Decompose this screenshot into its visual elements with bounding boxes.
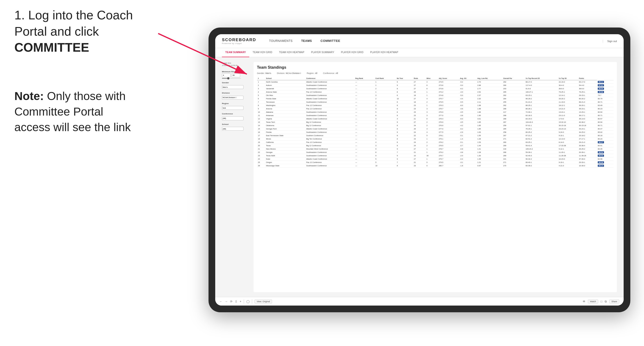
table-cell: -3.5 (459, 121, 476, 124)
toolbar-icon-bookmark[interactable]: + (240, 300, 241, 303)
toolbar-icon-comment[interactable]: □ (600, 300, 602, 303)
toolbar-icon-back[interactable]: ← (220, 300, 222, 303)
table-cell: 274.8 (438, 94, 459, 97)
table-cell: Duke (265, 158, 305, 161)
table-cell: 9 (374, 154, 396, 158)
table-cell: 1.53 (476, 141, 502, 144)
toolbar-icon-expand[interactable]: ⧉ (605, 300, 607, 303)
toolbar-icon-clock[interactable]: ◯ (246, 300, 250, 303)
table-cell: 30 (426, 154, 438, 158)
toolbar-separator (244, 299, 244, 304)
col-no-tour: No Tour (396, 77, 413, 80)
table-cell: Southern Conference (305, 134, 354, 137)
nav-committee[interactable]: COMMITTEE (316, 34, 345, 48)
table-row: 1North CarolinaAtlantic Coast Conference… (257, 80, 614, 84)
table-cell: -6.0 (459, 117, 476, 121)
filter-region-label: Region (222, 102, 250, 105)
table-cell: 266 (502, 151, 525, 154)
filter-conference-select[interactable]: (All) (222, 117, 244, 120)
sub-nav-player-h2h-heatmap[interactable]: PLAYER H2H HEATMAP (367, 48, 402, 57)
filter-region-select[interactable]: N/A (222, 106, 244, 110)
table-cell: 255 (502, 101, 525, 104)
table-cell: 6 (396, 101, 413, 104)
table-cell: 80.94 (597, 121, 614, 124)
table-cell: 18-12-1 (558, 104, 578, 107)
table-cell: Mississippi State (265, 164, 305, 168)
filter-division-select[interactable]: NCAA Division I (222, 96, 244, 100)
table-cell: — (354, 94, 374, 97)
meta-region-value: All (315, 72, 317, 74)
filter-conference-label: Conference (222, 113, 250, 115)
table-cell: 11 (257, 114, 265, 117)
table-cell: 79-25-1 (558, 90, 578, 94)
table-cell: East Tennessee State (265, 134, 305, 137)
table-row: 17East Tennessee StateSouthern Conferenc… (257, 134, 614, 137)
table-cell: 3 (426, 107, 438, 111)
nav-teams[interactable]: TEAMS (297, 34, 316, 48)
table-cell: 8 (396, 114, 413, 117)
table-cell: 10 (413, 154, 426, 158)
table-cell: 27 (413, 97, 426, 101)
table-cell: 260 (502, 84, 525, 87)
view-original-button[interactable]: View: Original (254, 300, 272, 303)
watch-button[interactable]: Watch (588, 300, 598, 303)
col-conference: Conference (305, 77, 354, 80)
table-cell: Big 12 Conference (305, 124, 354, 127)
table-cell: Oklahoma (265, 124, 305, 127)
table-cell: 7 (374, 131, 396, 134)
toolbar-icon-share2[interactable]: ⇫ (235, 300, 237, 303)
table-cell: 6 (374, 114, 396, 117)
table-cell: 1 (426, 158, 438, 161)
table-cell: 279.7 (438, 158, 459, 161)
table-cell: — (354, 124, 374, 127)
table-cell: 23-23-13 (558, 127, 578, 131)
table-cell: 54-4-0 (578, 84, 597, 87)
nav-tournaments[interactable]: TOURNAMENTS (265, 34, 297, 48)
table-row: 22GeorgiaSoutheastern Conference—8721127… (257, 151, 614, 154)
table-cell: 88.27 (597, 141, 614, 144)
table-cell: 30-15-18 (558, 124, 578, 127)
meta-conference-label: Conference: (323, 72, 335, 74)
table-cell: 20 (257, 144, 265, 147)
table-cell: 88.54 (597, 151, 614, 154)
table-cell: 21 (413, 161, 426, 164)
table-cell: 275.7 (438, 97, 459, 101)
table-cell: Pac-12 Conference (305, 161, 354, 164)
sub-nav-player-summary[interactable]: PLAYER SUMMARY (308, 48, 338, 57)
table-cell: 36-17-1 (578, 114, 597, 117)
table-cell: 278.7 (438, 147, 459, 151)
table-cell: 279.7 (438, 154, 459, 158)
table-cell: 8 (396, 111, 413, 114)
table-cell: 18 (413, 101, 426, 104)
toolbar-separator2 (252, 299, 252, 304)
table-cell: 104-40-3 (525, 121, 558, 124)
table-cell: 73.7 (597, 94, 614, 97)
table-cell: 4 (257, 90, 265, 94)
sub-nav-team-h2h-heatmap[interactable]: TEAM H2H HEATMAP (276, 48, 308, 57)
share-button[interactable]: Share (609, 300, 619, 303)
table-cell: Washington (265, 104, 305, 107)
table-cell: 60-20-2 (578, 97, 597, 101)
table-cell: Southeastern Conference (305, 151, 354, 154)
table-cell: 80.23 (597, 107, 614, 111)
table-cell: 6 (257, 97, 265, 101)
sub-nav-player-h2h-grid[interactable]: PLAYER H2H GRID (338, 48, 367, 57)
table-cell: 12-14-1 (558, 94, 578, 97)
toolbar-icon-refresh[interactable]: ⟳ (230, 300, 232, 303)
table-cell: 0 (426, 161, 438, 164)
table-cell: 279.1 (438, 137, 459, 141)
table-cell: 61-21-0 (525, 101, 558, 104)
table-cell: 3 (426, 111, 438, 114)
table-cell: 269 (502, 154, 525, 158)
table-cell: 3 (374, 144, 396, 147)
table-cell: 82-51-2 (525, 137, 558, 141)
toolbar-icon-forward[interactable]: → (225, 300, 228, 303)
table-cell: 2.52 (476, 90, 502, 94)
col-points: Points (578, 77, 597, 80)
filter-school-select[interactable]: (All) (222, 127, 244, 131)
table-cell: 23 (413, 104, 426, 107)
filter-gender-select[interactable]: Men's (222, 85, 244, 89)
sign-out-button[interactable]: Sign out (603, 40, 617, 43)
table-cell: 9 (396, 158, 413, 161)
meta-conference-value: All (336, 72, 338, 74)
